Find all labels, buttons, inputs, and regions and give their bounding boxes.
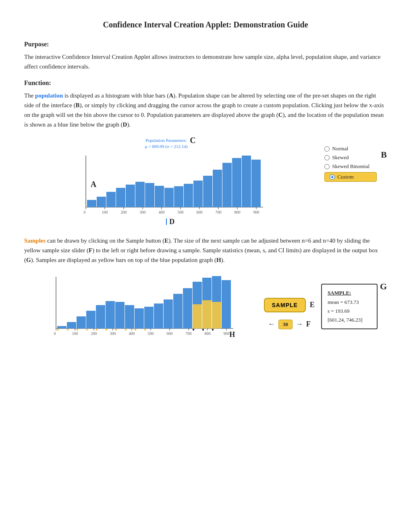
H-label: H [229, 330, 235, 339]
E-label: E [310, 301, 315, 309]
svg-rect-43 [67, 322, 76, 328]
svg-rect-69 [115, 329, 117, 330]
mean-line-indicator [166, 218, 167, 225]
page-title: Confidence Interval Creation Applet: Dem… [24, 20, 387, 29]
params-block: Population Parameters: μ = 609.09 (σ = 2… [145, 137, 188, 152]
radio-normal[interactable]: Normal [324, 145, 377, 152]
svg-rect-60 [193, 304, 202, 328]
svg-text:200: 200 [120, 210, 127, 214]
sample-button[interactable]: SAMPLE [264, 298, 306, 312]
radio-normal-circle [324, 146, 330, 152]
svg-rect-15 [213, 170, 222, 207]
shape-selector-area: Normal Skewed Skewed Binomial Custom B [324, 137, 387, 182]
radio-skewed-binomial-label: Skewed Binomial [332, 163, 369, 170]
function-paragraph1: The population is displayed as a histogr… [24, 91, 387, 129]
diagram1-container: Population Parameters: μ = 609.09 (σ = 2… [24, 137, 387, 226]
shape-and-B: Normal Skewed Skewed Binomial Custom B [324, 137, 387, 182]
H-label-row: H [229, 330, 235, 339]
diagram1-chart-area: Population Parameters: μ = 609.09 (σ = 2… [24, 137, 316, 226]
svg-rect-49 [125, 305, 134, 328]
svg-rect-6 [126, 185, 135, 207]
function-section: Function: The population is displayed as… [24, 79, 387, 129]
svg-rect-64 [67, 329, 68, 330]
radio-skewed-label: Skewed [332, 154, 349, 161]
svg-text:700: 700 [186, 331, 192, 336]
svg-rect-3 [97, 197, 106, 207]
samples-section: Samples can be drawn by clicking on the … [24, 236, 387, 265]
svg-text:0: 0 [83, 210, 85, 214]
svg-text:200: 200 [91, 331, 97, 336]
svg-rect-50 [135, 308, 144, 328]
F-label: F [306, 320, 311, 328]
output-and-G: SAMPLE: mean = 673.73 s = 193.69 [601.24… [321, 284, 387, 329]
text-before-population: The [24, 92, 35, 99]
A-label: A [91, 180, 96, 189]
population-word: population [35, 92, 63, 99]
svg-rect-73 [193, 329, 194, 330]
svg-text:100: 100 [72, 331, 78, 336]
svg-rect-5 [116, 188, 125, 207]
svg-text:100: 100 [102, 210, 108, 214]
histogram1: A [74, 152, 267, 216]
histogram2: 0 100 200 300 400 500 600 700 800 900 H [44, 273, 237, 337]
svg-text:600: 600 [196, 210, 202, 214]
radio-skewed-binomial-circle [324, 164, 330, 169]
svg-rect-13 [193, 181, 203, 207]
svg-rect-63 [57, 329, 59, 330]
arrow-right-icon: → [296, 320, 303, 328]
purpose-heading: Purpose: [24, 41, 387, 48]
slider-value[interactable]: 30 [278, 320, 293, 329]
custom-label: Custom [337, 174, 353, 180]
samples-paragraph: Samples can be drawn by clicking on the … [24, 236, 387, 265]
custom-button[interactable]: Custom [324, 172, 377, 182]
output-s: s = 193.69 [328, 307, 371, 316]
params-label: Population Parameters: μ = 609.09 (σ = 2… [145, 137, 188, 150]
samples-word: Samples [24, 237, 46, 244]
diagram2-chart-area: 0 100 200 300 400 500 600 700 800 900 H [24, 273, 257, 337]
radio-skewed[interactable]: Skewed [324, 154, 377, 161]
svg-rect-54 [173, 294, 183, 328]
purpose-section: Purpose: The interactive Confidence Inte… [24, 41, 387, 71]
svg-rect-11 [174, 186, 183, 207]
svg-text:400: 400 [158, 210, 164, 214]
output-ci: [601.24, 746.23] [328, 316, 371, 324]
svg-rect-52 [154, 303, 163, 328]
svg-rect-62 [212, 302, 221, 328]
svg-rect-75 [212, 329, 214, 330]
output-box: SAMPLE: mean = 673.73 s = 193.69 [601.24… [321, 284, 378, 329]
svg-text:500: 500 [177, 210, 183, 214]
samples-text: can be drawn by clicking on the Sample b… [24, 237, 378, 263]
svg-text:900: 900 [253, 210, 259, 214]
svg-rect-7 [135, 182, 145, 207]
svg-rect-59 [222, 280, 231, 328]
svg-rect-74 [202, 329, 204, 330]
svg-rect-47 [106, 301, 115, 328]
svg-text:900: 900 [224, 331, 230, 336]
svg-rect-16 [222, 163, 232, 207]
arrow-left-icon: ← [268, 320, 275, 328]
svg-text:500: 500 [148, 331, 154, 336]
svg-text:700: 700 [215, 210, 221, 214]
svg-rect-45 [86, 311, 95, 328]
svg-text:300: 300 [110, 331, 116, 336]
svg-rect-2 [87, 200, 96, 207]
output-sample-label: SAMPLE: [328, 289, 371, 297]
svg-rect-18 [242, 156, 251, 207]
svg-rect-44 [77, 316, 86, 328]
radio-normal-label: Normal [332, 145, 348, 152]
svg-rect-48 [115, 302, 125, 328]
radio-skewed-binomial[interactable]: Skewed Binomial [324, 163, 377, 170]
svg-rect-61 [202, 300, 212, 328]
svg-text:800: 800 [205, 331, 211, 336]
radio-skewed-circle [324, 155, 330, 160]
output-mean: mean = 673.73 [328, 298, 371, 307]
histogram2-svg: 0 100 200 300 400 500 600 700 800 900 [44, 273, 237, 337]
svg-rect-55 [183, 288, 192, 328]
svg-rect-12 [184, 184, 193, 207]
svg-rect-4 [106, 192, 116, 207]
svg-rect-71 [135, 329, 136, 330]
svg-rect-17 [232, 158, 241, 207]
diagram2-container: 0 100 200 300 400 500 600 700 800 900 H … [24, 273, 387, 337]
sample-controls-area: SAMPLE E ← 30 → F [264, 298, 315, 329]
svg-rect-19 [251, 160, 261, 207]
